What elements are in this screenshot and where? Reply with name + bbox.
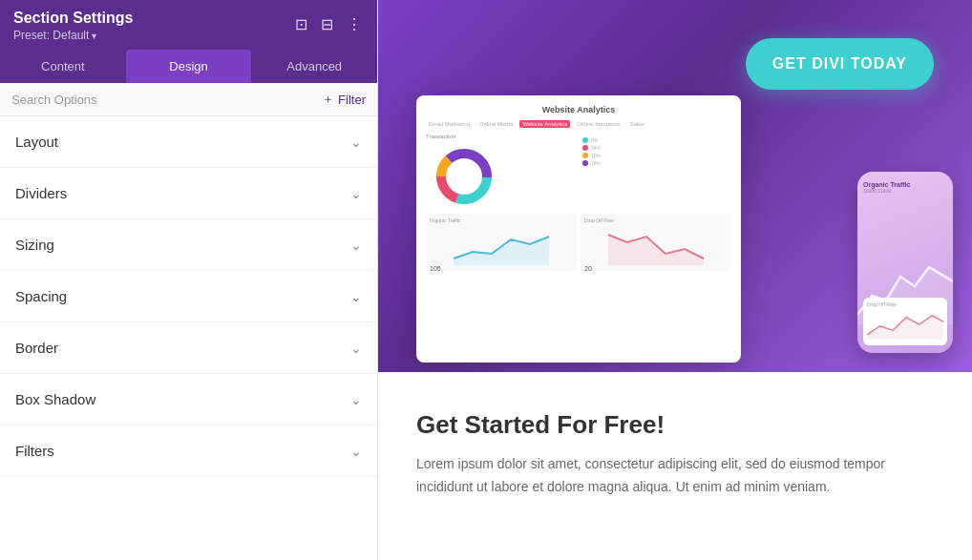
panel-icon-group: ⊡ ⊟ ⋮	[293, 13, 364, 35]
layout-icon-button[interactable]: ⊟	[319, 13, 335, 35]
section-label-spacing: Spacing	[15, 288, 67, 304]
chevron-down-icon: ⌄	[350, 238, 362, 253]
mock-bottom-charts: Organic Traffic 105 Drop Off Rate 20	[426, 214, 731, 271]
organic-value: 105	[430, 265, 573, 271]
section-item-border[interactable]: Border ⌄	[0, 322, 377, 374]
mock-tab-4: Online Insurance	[574, 120, 623, 128]
more-icon: ⋮	[347, 15, 362, 33]
phone-card: Drop Off Rate	[863, 298, 947, 345]
section-item-box-shadow[interactable]: Box Shadow ⌄	[0, 374, 377, 425]
content-body: Lorem ipsum dolor sit amet, consectetur …	[416, 453, 894, 499]
section-label-layout: Layout	[15, 134, 58, 150]
more-icon-button[interactable]: ⋮	[345, 13, 364, 35]
settings-panel: Section Settings Preset: Default ⊡ ⊟ ⋮ C…	[0, 0, 378, 560]
legend: 0% 34% 10% 18%	[582, 137, 731, 166]
mock-tabs: Email Marketing Online Media Website Ana…	[426, 120, 731, 128]
filter-label: Filter	[338, 93, 366, 107]
mock-tab-2: Online Media	[476, 120, 516, 128]
cta-button[interactable]: GET DIVI TODAY	[746, 38, 934, 90]
section-item-spacing[interactable]: Spacing ⌄	[0, 271, 377, 322]
search-options-label: Search Options	[11, 93, 322, 107]
content-heading: Get Started For Free!	[416, 410, 934, 440]
donut-chart	[426, 143, 502, 210]
section-item-layout[interactable]: Layout ⌄	[0, 116, 377, 168]
window-icon: ⊡	[295, 15, 307, 33]
organic-traffic-label: Organic Traffic	[430, 218, 573, 223]
tab-content[interactable]: Content	[0, 50, 126, 83]
phone-sub: 10000 11800	[863, 188, 947, 194]
dropoff-value: 20	[584, 265, 728, 271]
filter-button[interactable]: ＋ Filter	[322, 91, 366, 108]
mock-tab-5: Sales	[627, 120, 647, 128]
tabs-bar: Content Design Advanced	[0, 50, 377, 83]
drop-off-chart: Drop Off Rate 20	[581, 214, 731, 271]
panel-preset[interactable]: Preset: Default	[13, 29, 133, 42]
panel-title-area: Section Settings Preset: Default	[13, 10, 133, 42]
phone-mockup: Organic Traffic 10000 11800 Drop Off Rat…	[857, 172, 953, 353]
content-section: Get Started For Free! Lorem ipsum dolor …	[378, 372, 972, 528]
drop-off-label: Drop Off Rate	[584, 218, 728, 223]
section-label-dividers: Dividers	[15, 185, 67, 201]
tab-advanced[interactable]: Advanced	[251, 50, 377, 83]
chevron-down-icon: ⌄	[350, 444, 362, 459]
mock-tab-1: Email Marketing	[426, 120, 473, 128]
phone-heading: Organic Traffic	[863, 181, 947, 188]
svg-point-5	[451, 163, 477, 190]
transaction-label: Transaction	[426, 134, 575, 139]
dashboard-title: Website Analytics	[426, 105, 731, 114]
chevron-down-icon: ⌄	[350, 186, 362, 201]
section-label-box-shadow: Box Shadow	[15, 391, 95, 407]
sections-list: Layout ⌄ Dividers ⌄ Sizing ⌄ Spacing ⌄ B…	[0, 116, 377, 560]
hero-section: GET DIVI TODAY Website Analytics Email M…	[378, 0, 972, 372]
section-item-dividers[interactable]: Dividers ⌄	[0, 168, 377, 219]
chevron-down-icon: ⌄	[350, 135, 362, 150]
organic-traffic-chart: Organic Traffic 105	[426, 214, 577, 271]
section-label-border: Border	[15, 340, 58, 356]
dashboard-mockup: Website Analytics Email Marketing Online…	[416, 95, 741, 363]
section-label-sizing: Sizing	[15, 237, 54, 253]
section-label-filters: Filters	[15, 443, 54, 459]
tab-design[interactable]: Design	[126, 50, 252, 83]
chevron-down-icon: ⌄	[350, 341, 362, 356]
layout-icon: ⊟	[321, 15, 333, 33]
chevron-down-icon: ⌄	[350, 392, 362, 407]
window-icon-button[interactable]: ⊡	[293, 13, 309, 35]
panel-title: Section Settings	[13, 10, 133, 27]
filter-icon: ＋	[322, 91, 334, 108]
mock-tab-3: Website Analytics	[519, 120, 570, 128]
chevron-down-icon: ⌄	[350, 289, 362, 304]
panel-header: Section Settings Preset: Default ⊡ ⊟ ⋮	[0, 0, 377, 50]
preview-panel: GET DIVI TODAY Website Analytics Email M…	[378, 0, 972, 560]
section-item-filters[interactable]: Filters ⌄	[0, 425, 377, 477]
section-item-sizing[interactable]: Sizing ⌄	[0, 219, 377, 271]
search-bar: Search Options ＋ Filter	[0, 83, 377, 116]
